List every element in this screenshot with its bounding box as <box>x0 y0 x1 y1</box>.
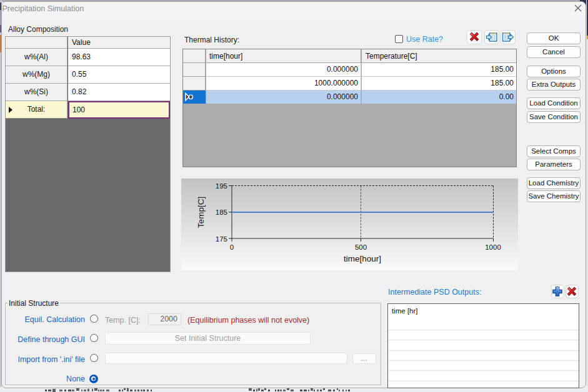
svg-text:500: 500 <box>355 243 367 251</box>
svg-text:0: 0 <box>230 243 234 251</box>
svg-text:1000: 1000 <box>485 243 501 251</box>
svg-text:Temp[C]: Temp[C] <box>196 197 206 228</box>
svg-text:185: 185 <box>216 208 227 216</box>
svg-text:195: 195 <box>216 182 227 190</box>
svg-text:175: 175 <box>216 235 227 243</box>
svg-text:time[hour]: time[hour] <box>344 254 381 263</box>
